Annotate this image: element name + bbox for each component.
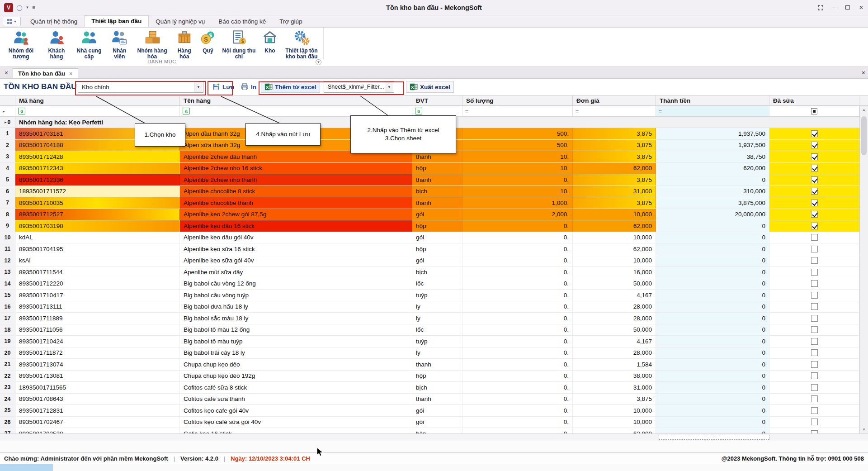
cell-da-sua[interactable] <box>769 232 859 243</box>
cell-da-sua[interactable] <box>769 255 859 266</box>
cell-so-luong[interactable]: 0. <box>462 290 573 301</box>
cell-dvt[interactable]: lốc <box>412 278 462 290</box>
row-number[interactable]: 19 <box>0 336 15 347</box>
cell-so-luong[interactable]: 10. <box>462 163 573 174</box>
cell-so-luong[interactable]: 10. <box>462 151 573 162</box>
ribbon-tab[interactable]: Quản lý nghiệp vụ <box>149 16 212 27</box>
cell-so-luong[interactable]: 0. <box>462 174 573 186</box>
ribbon-item[interactable]: Thiết lập tồn kho ban đầu <box>281 29 322 61</box>
unchecked-checkbox-icon[interactable] <box>811 269 818 276</box>
cell-da-sua[interactable] <box>769 278 859 290</box>
cell-da-sua[interactable] <box>769 417 859 428</box>
row-number[interactable]: 10 <box>0 232 15 243</box>
cell-thanh-tien[interactable]: 0 <box>656 220 769 232</box>
table-row[interactable]: 208935001711872Big babol trái cây 18 lyl… <box>0 347 859 359</box>
table-row[interactable]: 168935001713111Big babol dưa hấu 18 lyly… <box>0 301 859 313</box>
cell-ma-hang[interactable]: 8935001711544 <box>15 266 180 278</box>
unchecked-checkbox-icon[interactable] <box>811 384 818 391</box>
cell-so-luong[interactable]: 0. <box>462 232 573 243</box>
cell-da-sua[interactable] <box>769 128 859 139</box>
cell-dvt[interactable]: bịch <box>412 186 462 197</box>
unchecked-checkbox-icon[interactable] <box>811 419 818 425</box>
cell-so-luong[interactable]: 0. <box>462 278 573 290</box>
unchecked-checkbox-icon[interactable] <box>811 234 818 241</box>
table-row[interactable]: 2318935001711565Cofitos café sữa 8 stick… <box>0 382 859 394</box>
cell-thanh-tien[interactable]: 1,937,500 <box>656 140 769 151</box>
cell-so-luong[interactable]: 0. <box>462 359 573 370</box>
cell-thanh-tien[interactable]: 0 <box>656 232 769 243</box>
unchecked-checkbox-icon[interactable] <box>811 292 818 299</box>
cell-so-luong[interactable]: 0. <box>462 301 573 313</box>
unchecked-checkbox-icon[interactable] <box>811 257 818 264</box>
cell-da-sua[interactable] <box>769 336 859 347</box>
text-filter-icon[interactable]: a <box>18 108 25 114</box>
cell-dvt[interactable]: bịch <box>412 382 462 393</box>
dialog-launcher-icon[interactable]: ▼ <box>316 59 321 65</box>
filter-cell-ma-hang[interactable]: a <box>15 106 180 116</box>
cell-da-sua[interactable] <box>769 197 859 209</box>
save-button[interactable]: Lưu <box>208 81 238 93</box>
scroll-down-icon[interactable]: ▼ <box>860 426 868 433</box>
cell-da-sua[interactable] <box>769 394 859 405</box>
row-number[interactable]: 17 <box>0 313 15 324</box>
cell-thanh-tien[interactable]: 0 <box>656 394 769 405</box>
row-number[interactable]: 8 <box>0 209 15 220</box>
cell-ten-hang[interactable]: Apenlibe mút sữa dây <box>180 266 412 278</box>
unchecked-checkbox-icon[interactable] <box>811 303 818 310</box>
cell-dvt[interactable]: gói <box>412 232 462 243</box>
row-number[interactable]: 22 <box>0 371 15 382</box>
cell-dvt[interactable]: gói <box>412 209 462 220</box>
table-row[interactable]: 10kdALAlpenlibe kẹo dâu gói 40vgói0.10,0… <box>0 232 859 244</box>
cell-ma-hang[interactable]: 8935001708643 <box>15 394 180 405</box>
restore-icon[interactable] <box>841 2 854 14</box>
cell-don-gia[interactable]: 10,000 <box>573 405 656 416</box>
row-number[interactable]: 27 <box>0 428 15 433</box>
cell-ma-hang[interactable]: ksAl <box>15 255 180 266</box>
cell-don-gia[interactable]: 3,875 <box>573 174 656 186</box>
export-excel-button[interactable]: X Xuất excel <box>406 81 454 93</box>
import-from-excel-button[interactable]: X Thêm từ excel <box>261 81 320 93</box>
row-number[interactable]: 26 <box>0 417 15 428</box>
ribbon-item[interactable]: Nhóm đối tượng <box>1 29 41 61</box>
ribbon-item[interactable]: $$Quỹ <box>197 29 219 54</box>
cell-don-gia[interactable]: 62,000 <box>573 220 656 232</box>
ribbon-item[interactable]: Nhóm hàng hóa <box>133 29 172 61</box>
unchecked-checkbox-icon[interactable] <box>811 315 818 322</box>
cell-don-gia[interactable]: 28,000 <box>573 301 656 313</box>
chevron-down-icon[interactable]: ▼ <box>194 82 203 92</box>
cell-ten-hang[interactable]: Alpenlibe kẹo sữa 16 stick <box>180 243 412 255</box>
checked-checkbox-icon[interactable] <box>811 223 818 229</box>
cell-thanh-tien[interactable]: 0 <box>656 336 769 347</box>
customize-toolbar-icon[interactable]: ≡ <box>32 5 35 10</box>
close-tab-icon[interactable]: × <box>0 67 13 78</box>
cell-ma-hang[interactable]: 18935001711565 <box>15 382 180 393</box>
filter-cell-thanh-tien[interactable]: = <box>656 106 769 116</box>
cell-thanh-tien[interactable]: 0 <box>656 255 769 266</box>
checked-checkbox-icon[interactable] <box>811 176 818 183</box>
cell-da-sua[interactable] <box>769 301 859 313</box>
cell-da-sua[interactable] <box>769 174 859 186</box>
cell-ten-hang[interactable]: Alpenlibe kẹo dâu 16 stick <box>180 220 412 232</box>
cell-thanh-tien[interactable]: 1,937,500 <box>656 128 769 139</box>
cell-ma-hang[interactable]: 8935001712831 <box>15 405 180 416</box>
filter-cell-dvt[interactable]: a <box>412 106 462 116</box>
column-header-ma-hang[interactable]: Mã hàng <box>15 95 180 105</box>
expand-arrow-icon[interactable]: ▸ <box>5 120 7 124</box>
cell-ten-hang[interactable]: Alpenlibe chocolibe 8 stick <box>180 186 412 197</box>
checked-checkbox-icon[interactable] <box>811 200 818 206</box>
cell-ma-hang[interactable]: 8935001710424 <box>15 336 180 347</box>
cell-ten-hang[interactable]: Alpenlibe 2chew nho thanh <box>180 174 412 186</box>
cell-dvt[interactable]: gói <box>412 255 462 266</box>
unchecked-checkbox-icon[interactable] <box>811 430 818 433</box>
ribbon-item[interactable]: Khách hàng <box>41 29 72 61</box>
cell-ma-hang[interactable]: 8935001712336 <box>15 174 180 186</box>
text-filter-icon[interactable]: a <box>183 108 190 114</box>
cell-don-gia[interactable]: 4,167 <box>573 336 656 347</box>
cell-don-gia[interactable]: 31,000 <box>573 382 656 393</box>
cell-dvt[interactable]: ly <box>412 313 462 324</box>
cell-so-luong[interactable]: 500. <box>462 128 573 139</box>
cell-so-luong[interactable]: 0. <box>462 324 573 336</box>
checked-checkbox-icon[interactable] <box>811 142 818 148</box>
fullscreen-icon[interactable] <box>814 2 827 14</box>
table-row[interactable]: 198935001710424Big babol tô màu tuýptuýp… <box>0 336 859 347</box>
